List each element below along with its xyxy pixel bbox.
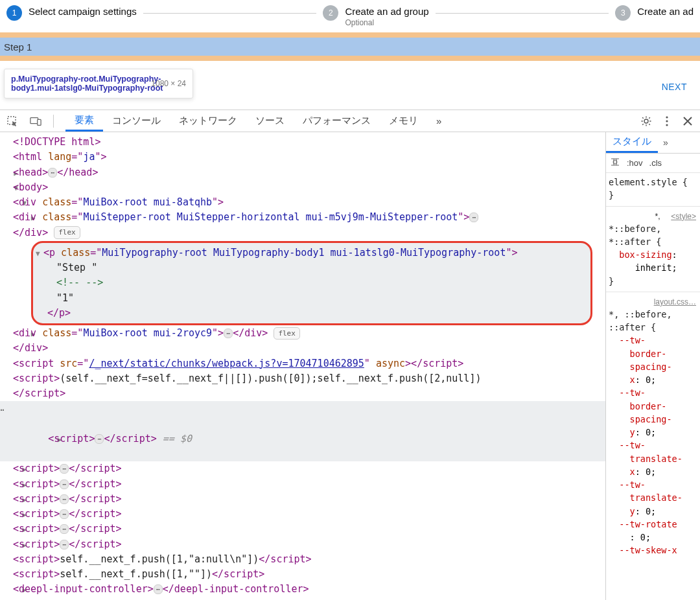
tab-sources[interactable]: ソース [246,110,294,132]
step-1[interactable]: 1 Select campaign settings [6,5,137,21]
tab-console[interactable]: コンソール [103,110,170,132]
kebab-icon[interactable] [661,115,673,127]
next-button[interactable]: NEXT [662,82,687,92]
dom-script[interactable]: ▶<script>⋯</script> [0,522,605,537]
step-2-optional: Optional [345,18,428,29]
svg-point-4 [666,120,668,122]
mui-stepper: 1 Select campaign settings 2 Create an a… [0,0,700,32]
tab-performance[interactable]: パフォーマンス [294,110,380,132]
dom-nra[interactable]: ▶<next-route-announcer style="position: … [0,597,605,601]
dom-doctype[interactable]: <!DOCTYPE html> [0,135,605,150]
step-info-bar: Step 1 [0,38,700,56]
dom-div-box[interactable]: ▼<div class="MuiBox-root mui-8atqhb"> [0,195,605,210]
step-2-circle: 2 [323,5,338,21]
dom-script[interactable]: ▶<script>⋯</script> [0,477,605,492]
tab-network[interactable]: ネットワーク [170,110,246,132]
styles-tab-overflow[interactable]: » [663,137,668,148]
tooltip-dimensions: 1080 × 24 [151,79,186,88]
dom-script-push1[interactable]: <script>(self.__next_f=self.__next_f||[]… [0,371,605,386]
step-2[interactable]: 2 Create an ad group Optional [323,5,428,28]
dom-body[interactable]: ▼<body> [0,180,605,195]
cls-toggle[interactable]: .cls [649,158,662,168]
tab-memory[interactable]: メモリ [380,110,427,132]
styles-toggle-row: :hov .cls [606,154,700,173]
hov-toggle[interactable]: :hov [627,158,643,168]
step-3-circle: 3 [615,5,631,21]
device-toggle-icon[interactable] [30,115,41,127]
dom-html-open[interactable]: <html lang="ja"> [0,150,605,165]
inspect-icon[interactable] [6,115,18,127]
dom-selected-script[interactable]: ⋯ ▶<script>⋯</script> == $0 [0,401,605,461]
styles-tab-styles[interactable]: スタイル [606,132,658,153]
dom-script-push-a[interactable]: <script>self.__next_f.push([1,"a:null\n"… [0,552,605,567]
dom-script-push-empty[interactable]: <script>self.__next_f.push([1,""])</scri… [0,567,605,582]
overflow-dots-icon[interactable]: ⋯ [0,403,4,417]
content-area: p.MuiTypography-root.MuiTypography-body1… [0,61,700,110]
svg-rect-1 [30,117,38,123]
dom-script-webpack[interactable]: <script src="/_next/static/chunks/webpac… [0,356,605,371]
dom-close-div[interactable]: </div> [0,341,605,356]
dom-script-push1-close[interactable]: </script> [0,386,605,401]
styles-rules[interactable]: element.style { } *, <style> *::before, … [606,173,700,560]
tab-elements[interactable]: 要素 [65,110,103,132]
dom-script[interactable]: ▶<script>⋯</script> [0,461,605,476]
dom-div-stepper[interactable]: ▶<div class="MuiStepper-root MuiStepper-… [0,210,605,225]
svg-rect-2 [38,119,41,125]
step-1-circle: 1 [6,5,22,21]
step-connector [143,13,317,14]
devtools-tabs: 要素 コンソール ネットワーク ソース パフォーマンス メモリ » [65,110,450,132]
styles-panel: スタイル » :hov .cls element.style { } *, <s… [605,132,700,600]
highlight-stripe-bottom [0,56,700,61]
dom-highlighted-node[interactable]: ▼<p class="MuiTypography-root MuiTypogra… [31,241,592,325]
step-1-label: Select campaign settings [29,5,137,18]
dom-script[interactable]: ▶<script>⋯</script> [0,507,605,522]
close-icon[interactable] [682,115,694,127]
step-3[interactable]: 3 Create an ad [615,5,694,21]
element-tooltip: p.MuiTypography-root.MuiTypography-body1… [4,69,193,98]
divider [53,115,54,128]
svg-point-5 [666,124,668,126]
dom-div-box2[interactable]: ▶<div class="MuiBox-root mui-2royc9">⋯</… [0,326,605,341]
devtools-toolbar: 要素 コンソール ネットワーク ソース パフォーマンス メモリ » [0,110,700,132]
dom-deepl[interactable]: ▶<deepl-input-controller>⋯</deepl-input-… [0,582,605,597]
settings-icon[interactable] [640,115,652,127]
step-2-label: Create an ad group [345,5,428,18]
styles-tabs: スタイル » [606,132,700,154]
dom-script[interactable]: ▶<script>⋯</script> [0,492,605,507]
step-connector [436,13,609,14]
filter-icon[interactable] [610,157,620,169]
tooltip-class-chain: p.MuiTypography-root.MuiTypography-body1… [11,75,163,93]
dom-script[interactable]: ▶<script>⋯</script> [0,537,605,552]
step-3-label: Create an ad [637,5,694,18]
highlight-stripe-top [0,32,700,38]
svg-point-3 [666,116,668,118]
tab-overflow[interactable]: » [427,110,450,132]
dom-div-stepper-close[interactable]: </div> flex [0,225,605,240]
dom-head[interactable]: ▶<head>⋯</head> [0,165,605,180]
dom-tree[interactable]: <!DOCTYPE html> <html lang="ja"> ▶<head>… [0,132,605,600]
